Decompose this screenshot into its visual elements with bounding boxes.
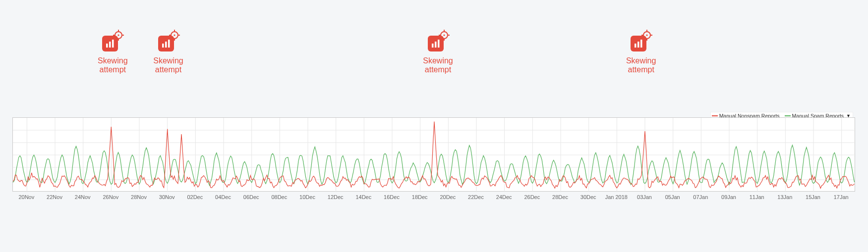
x-tick-label: 28Dec: [552, 194, 568, 200]
x-tick-label: 20Dec: [440, 194, 456, 200]
x-tick-label: 18Dec: [412, 194, 428, 200]
x-tick-label: 03Jan: [637, 194, 652, 200]
svg-rect-53: [432, 44, 434, 48]
x-tick-label: 28Nov: [131, 194, 147, 200]
svg-point-66: [646, 34, 648, 36]
svg-rect-46: [168, 40, 170, 48]
x-tick-label: 11Jan: [750, 194, 764, 200]
x-tick-label: 20Nov: [18, 194, 34, 200]
svg-point-48: [174, 34, 175, 36]
svg-rect-54: [435, 42, 437, 48]
skewing-attempt-callout: Skewingattempt: [139, 31, 198, 75]
annotation-label: Skewingattempt: [408, 56, 468, 75]
timeseries-chart[interactable]: [12, 117, 855, 192]
crosshair-icon: [439, 30, 450, 41]
x-tick-label: 17Jan: [834, 194, 849, 200]
x-tick-label: 24Dec: [496, 194, 512, 200]
x-tick-label: 09Jan: [721, 194, 736, 200]
crosshair-icon: [113, 30, 124, 41]
annotation-label: Skewingattempt: [139, 56, 198, 75]
svg-rect-44: [162, 44, 164, 48]
x-tick-label: 08Dec: [271, 194, 287, 200]
x-tick-label: 04Dec: [215, 194, 231, 200]
x-tick-label: 22Dec: [468, 194, 484, 200]
annotation-label: Skewingattempt: [611, 56, 671, 75]
x-tick-label: 24Nov: [75, 194, 91, 200]
annotation-label: Skewingattempt: [83, 56, 142, 75]
x-tick-label: 26Dec: [524, 194, 540, 200]
x-tick-label: 30Nov: [159, 194, 175, 200]
svg-rect-62: [635, 44, 637, 48]
skewing-attempt-callout: Skewingattempt: [611, 31, 671, 75]
x-tick-label: 15Jan: [806, 194, 820, 200]
svg-point-57: [443, 34, 445, 36]
legend-swatch-nonspam: [712, 115, 718, 117]
svg-rect-35: [106, 44, 108, 48]
svg-rect-37: [112, 40, 114, 48]
x-tick-label: 30Dec: [580, 194, 596, 200]
x-tick-label: 06Dec: [243, 194, 259, 200]
svg-rect-45: [165, 42, 167, 48]
x-tick-label: 16Dec: [384, 194, 400, 200]
x-tick-label: 05Jan: [665, 194, 680, 200]
crosshair-icon: [641, 30, 652, 41]
x-tick-label: 02Dec: [187, 194, 203, 200]
skewing-attempt-callout: Skewingattempt: [408, 31, 468, 75]
svg-rect-64: [640, 40, 642, 48]
x-tick-label: 13Jan: [777, 194, 792, 200]
chart-svg: [13, 118, 856, 192]
x-tick-label: 22Nov: [47, 194, 62, 200]
crosshair-icon: [169, 30, 180, 41]
x-tick-label: 12Dec: [328, 194, 344, 200]
x-tick-label: 07Jan: [693, 194, 708, 200]
legend-swatch-spam: [785, 115, 791, 117]
skewing-attempt-callout: Skewingattempt: [83, 31, 142, 75]
x-tick-label: 14Dec: [355, 194, 371, 200]
x-axis: 20Nov22Nov24Nov26Nov28Nov30Nov02Dec04Dec…: [12, 193, 855, 203]
svg-point-39: [118, 34, 119, 36]
x-tick-label: Jan 2018: [605, 194, 628, 200]
x-tick-label: 10Dec: [299, 194, 315, 200]
x-tick-label: 26Nov: [103, 194, 118, 200]
svg-rect-36: [109, 42, 111, 48]
svg-rect-55: [438, 40, 440, 48]
svg-rect-63: [637, 42, 639, 48]
